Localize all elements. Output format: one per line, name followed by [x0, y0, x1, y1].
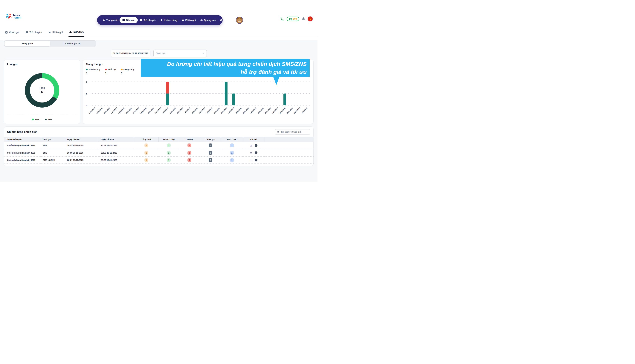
status-count: 1: [105, 72, 116, 75]
tab-sms-zns[interactable]: SMS/ZNS: [69, 28, 84, 37]
callout-line1: Đo lường chi tiết hiệu quả từng chiến dị…: [141, 60, 307, 68]
x-axis-label: 26/11/2025: [272, 107, 279, 114]
column-header-3: Ngày kết thúc: [98, 137, 134, 142]
fail-badge: 0: [188, 158, 191, 162]
status-legend-item-đang-xử-lý[interactable]: Đang xử lý0: [121, 68, 134, 75]
x-axis-label: 10/11/2025: [154, 107, 162, 114]
x-axis-label: 23/11/2025: [250, 107, 257, 114]
language-flag-icon[interactable]: ★: [308, 16, 313, 21]
filters-row: 00:00 01/11/2025 - 23:59 30/11/2025 Chọn…: [4, 50, 314, 57]
campaign-search-input[interactable]: Tìm kiếm | 6 Chiến dịch: [275, 129, 310, 134]
buss-omni-people-icon: [6, 14, 12, 19]
x-axis-label: 08/11/2025: [140, 107, 147, 114]
send-type: SMS - CSKH: [40, 156, 65, 164]
table-row: Chiến dịch gửi tin nhắn 5523SMS - CSKH08…: [4, 156, 314, 164]
column-header-1: Loại gửi: [40, 137, 65, 142]
total-badge: 1: [144, 151, 148, 155]
download-icon[interactable]: [250, 159, 252, 162]
fax-phone-icon: [289, 18, 292, 20]
user-avatar[interactable]: [236, 17, 243, 24]
toggle-option-1[interactable]: Lịch sử gửi tin: [50, 41, 96, 46]
column-header-8: Tính cước: [221, 137, 243, 142]
nav-item-ticket[interactable]: Phiếu ghi: [180, 17, 198, 23]
campaign-detail-card: Chi tiết từng chiến dịch Tìm kiếm | 6 Ch…: [4, 126, 314, 166]
download-icon[interactable]: [250, 152, 252, 154]
x-axis-label: 19/11/2025: [220, 107, 228, 114]
end-date: 23:59 20-11-2025: [98, 149, 134, 156]
column-header-filler: [264, 137, 314, 142]
bar-19-11-2025[interactable]: [225, 82, 228, 105]
x-axis-label: 16/11/2025: [198, 107, 206, 114]
fail-cell: 0: [179, 149, 200, 156]
column-header-9: Chi tiết: [243, 137, 264, 142]
column-header-0: Tên chiến dịch: [4, 137, 40, 142]
column-header-6: Thất bại: [179, 137, 200, 142]
donut-legend: SMSZNS: [7, 115, 77, 124]
donut-legend-item-sms[interactable]: SMS: [32, 118, 40, 121]
nav-item-megaphone[interactable]: Quảng cáo: [198, 17, 218, 23]
x-axis-label: 30/11/2025: [301, 107, 308, 114]
legend-dot: [105, 69, 107, 70]
send-type: ZNS: [40, 149, 65, 156]
success-cell: 1: [158, 149, 179, 156]
nav-item-home[interactable]: Trang chủ: [100, 17, 120, 23]
nav-item-users[interactable]: Khách hàng: [158, 17, 180, 23]
phone-icon[interactable]: [280, 17, 284, 21]
row-filler: [264, 142, 314, 149]
download-icon[interactable]: [250, 144, 252, 147]
x-axis-label: 13/11/2025: [176, 107, 184, 114]
success-cell: 1: [158, 156, 179, 164]
status-legend-item-thất-bại[interactable]: Thất bại1: [105, 68, 116, 75]
date-range-picker[interactable]: 00:00 01/11/2025 - 23:59 30/11/2025: [111, 50, 150, 57]
x-axis-label: 11/11/2025: [162, 107, 169, 114]
send-type-card-title: Loại gửi: [7, 63, 77, 66]
fail-cell: 0: [179, 156, 200, 164]
x-axis-label: 07/11/2025: [132, 107, 140, 114]
x-axis-label: 05/11/2025: [118, 107, 125, 114]
bar-27-11-2025[interactable]: [284, 94, 286, 105]
x-axis-label: 01/11/2025: [88, 107, 96, 114]
campaign-name: Chiến dịch gửi tin nhắn 8272: [4, 142, 40, 149]
success-badge: 1: [167, 158, 171, 162]
tab-phiếu-ghi[interactable]: Phiếu ghi: [48, 28, 63, 37]
info-icon[interactable]: !: [255, 144, 258, 147]
annotation-callout: Đo lường chi tiết hiệu quả từng chiến dị…: [141, 59, 310, 77]
campaign-table: Tên chiến dịchLoại gửiNgày bắt đầuNgày k…: [4, 137, 314, 164]
billing-badge: 1: [230, 158, 234, 162]
bar-11-11-2025[interactable]: [166, 82, 169, 105]
success-badge: 1: [167, 144, 171, 147]
not_sent-cell: 0: [200, 156, 221, 164]
toggle-option-0[interactable]: Tổng quan: [4, 41, 50, 46]
detail-cell: !: [243, 149, 264, 156]
nav-item-gear[interactable]: Cấu hình: [218, 17, 236, 23]
main-nav-items: Trang chủBáo cáoTrò chuyệnKhách hàngPhiế…: [100, 17, 236, 23]
tab-trò-chuyện[interactable]: Trò chuyện: [26, 28, 42, 37]
table-row: Chiến dịch gửi tin nhắn 4625ZNS10:06 20-…: [4, 149, 314, 156]
x-axis-label: 04/11/2025: [110, 107, 118, 114]
nav-item-report[interactable]: Báo cáo: [120, 17, 138, 23]
bar-20-11-2025[interactable]: [232, 94, 235, 105]
donut-legend-item-zns[interactable]: ZNS: [45, 118, 52, 121]
legend-dot: [32, 118, 34, 120]
x-axis-label: 14/11/2025: [184, 107, 191, 114]
legend-dot: [121, 69, 122, 70]
start-date: 08:21 19-11-2025: [65, 156, 98, 164]
info-icon[interactable]: !: [255, 151, 258, 154]
fail-badge: 0: [188, 151, 191, 155]
x-axis-label: 17/11/2025: [206, 107, 213, 114]
status-legend-item-thành-công[interactable]: Thành công5: [86, 68, 100, 75]
balance-pill[interactable]: 100: [287, 17, 299, 21]
detail-cell: !: [243, 142, 264, 149]
x-axis-label: 27/11/2025: [279, 107, 286, 114]
start-date: 14:23 27-11-2025: [65, 142, 98, 149]
info-icon[interactable]: !: [255, 158, 258, 162]
x-axis-label: 09/11/2025: [147, 107, 154, 114]
total-badge: 1: [144, 144, 148, 147]
nav-item-chat[interactable]: Trò chuyện: [138, 17, 158, 23]
total-cell: 1: [134, 142, 158, 149]
type-select[interactable]: Chọn loại: [154, 50, 207, 57]
x-axis-label: 18/11/2025: [213, 107, 220, 114]
legend-dot: [86, 69, 88, 70]
notification-bell-icon[interactable]: [302, 17, 305, 21]
tab-cuộc-gọi[interactable]: Cuộc gọi: [5, 28, 19, 37]
